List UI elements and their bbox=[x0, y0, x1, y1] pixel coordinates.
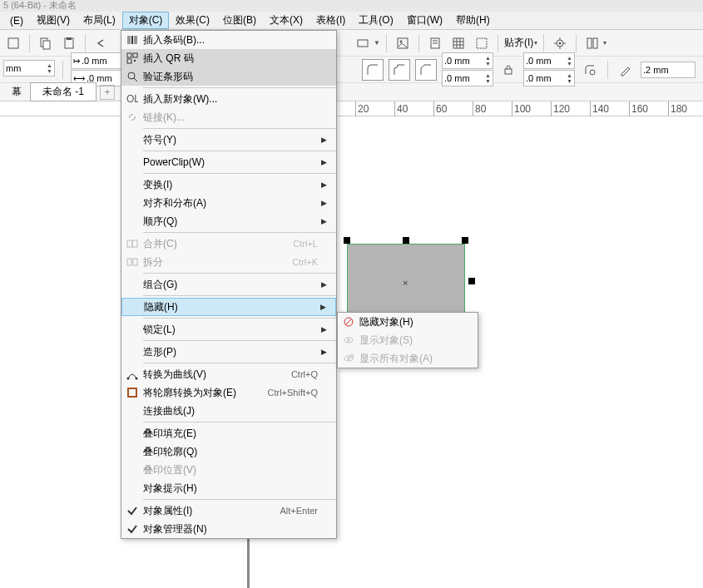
menu-10[interactable]: 帮助(H) bbox=[449, 12, 497, 29]
menu-item-group[interactable]: 组合(G)▶ bbox=[121, 275, 336, 294]
submenu-item-show-all: 显示所有对象(A) bbox=[338, 349, 478, 368]
menu-item-to-curves[interactable]: 转换为曲线(V)Ctrl+Q bbox=[121, 365, 336, 383]
menu-8[interactable]: 工具(O) bbox=[352, 12, 399, 29]
menu-item-outline-to-obj[interactable]: 将轮廓转换为对象(E)Ctrl+Shift+Q bbox=[121, 383, 336, 402]
menu-item-insert-barcode[interactable]: 插入条码(B)... bbox=[121, 31, 336, 49]
corner-r1-input[interactable]: ▲▼ bbox=[442, 52, 493, 69]
submenu-arrow-icon: ▶ bbox=[321, 217, 331, 225]
menu-item-label: PowerClip(W) bbox=[143, 156, 321, 168]
lock-corners-icon[interactable] bbox=[498, 60, 518, 80]
menu-9[interactable]: 窗口(W) bbox=[400, 12, 449, 29]
submenu-arrow-icon: ▶ bbox=[320, 303, 330, 311]
link-icon bbox=[121, 111, 143, 123]
menu-2[interactable]: 布局(L) bbox=[77, 12, 122, 29]
svg-point-26 bbox=[590, 70, 595, 75]
svg-rect-45 bbox=[128, 388, 136, 397]
handle-ne[interactable] bbox=[462, 237, 468, 244]
menu-item-label: 插入 QR 码 bbox=[143, 52, 321, 66]
corner-r3-input[interactable]: ▲▼ bbox=[523, 52, 575, 69]
menu-item-links: 链接(K)... bbox=[121, 108, 336, 126]
doc-tab[interactable]: 未命名 -1 bbox=[30, 82, 97, 101]
menu-item-insert-object[interactable]: OLE插入新对象(W)... bbox=[121, 90, 336, 108]
showall-icon bbox=[338, 353, 359, 364]
copy-icon[interactable] bbox=[36, 33, 56, 53]
pen-icon[interactable] bbox=[616, 60, 636, 80]
snap-dropdown[interactable]: 贴齐(I) ▾ bbox=[504, 36, 537, 50]
barcode-icon bbox=[121, 34, 143, 46]
curve-icon bbox=[121, 368, 143, 380]
bounds-icon[interactable] bbox=[472, 33, 492, 53]
ole-icon: OLE bbox=[121, 93, 143, 105]
corner-chamfer-icon[interactable] bbox=[415, 59, 437, 81]
svg-rect-24 bbox=[593, 38, 597, 48]
svg-rect-23 bbox=[587, 38, 592, 48]
selected-shape[interactable]: × bbox=[347, 244, 465, 317]
svg-point-44 bbox=[136, 378, 138, 380]
gear-icon[interactable] bbox=[550, 33, 570, 53]
menu-item-symbols[interactable]: 符号(Y)▶ bbox=[121, 131, 336, 149]
submenu-arrow-icon: ▶ bbox=[321, 158, 331, 166]
handle-nw[interactable] bbox=[344, 237, 350, 244]
menu-item-obj-manager[interactable]: 对象管理器(N) bbox=[121, 520, 336, 538]
submenu-item-label: 显示所有对象(A) bbox=[359, 352, 433, 366]
xoff-input[interactable]: ↦ bbox=[71, 52, 122, 69]
object-menu: 插入条码(B)...插入 QR 码验证条形码OLE插入新对象(W)...链接(K… bbox=[121, 30, 337, 539]
menu-6[interactable]: 文本(X) bbox=[263, 12, 309, 29]
menu-item-lock[interactable]: 锁定(L)▶ bbox=[121, 320, 336, 338]
svg-rect-40 bbox=[132, 240, 137, 247]
menu-item-label: 对象属性(I) bbox=[143, 504, 280, 518]
zoom-dropdown[interactable]: ▼ bbox=[353, 33, 380, 53]
menu-item-join-curves[interactable]: 连接曲线(J) bbox=[121, 402, 336, 420]
svg-rect-0 bbox=[8, 38, 18, 48]
menu-item-powerclip[interactable]: PowerClip(W)▶ bbox=[121, 153, 336, 171]
corner-r2-input[interactable]: ▲▼ bbox=[442, 70, 493, 86]
hide-submenu: 隐藏对象(H)显示对象(S)显示所有对象(A) bbox=[337, 312, 478, 368]
submenu-item-hide-obj[interactable]: 隐藏对象(H) bbox=[338, 313, 478, 331]
handle-e[interactable] bbox=[468, 278, 475, 284]
menu-item-align[interactable]: 对齐和分布(A)▶ bbox=[121, 194, 336, 212]
menu-item-hide[interactable]: 隐藏(H)▶ bbox=[121, 298, 336, 316]
paste-icon[interactable] bbox=[59, 33, 79, 53]
scale-corners-icon[interactable] bbox=[580, 60, 600, 80]
submenu-item-show-obj: 显示对象(S) bbox=[338, 331, 478, 349]
menu-1[interactable]: 视图(V) bbox=[30, 12, 77, 29]
undo-icon[interactable] bbox=[92, 33, 111, 53]
svg-rect-35 bbox=[134, 60, 136, 62]
corner-scallop-icon[interactable] bbox=[389, 59, 410, 81]
menu-4[interactable]: 效果(C) bbox=[169, 12, 216, 29]
menu-item-shaping[interactable]: 造形(P)▶ bbox=[121, 343, 336, 361]
submenu-arrow-icon: ▶ bbox=[321, 280, 331, 289]
menu-5[interactable]: 位图(B) bbox=[216, 12, 263, 29]
menu-item-overprint-outline[interactable]: 叠印轮廓(Q) bbox=[121, 442, 336, 461]
verify-icon bbox=[121, 71, 143, 82]
menu-item-label: 插入条码(B)... bbox=[143, 33, 321, 47]
handle-n[interactable] bbox=[403, 237, 409, 244]
corner-r4-input[interactable]: ▲▼ bbox=[523, 70, 575, 86]
stroke-width-input[interactable] bbox=[641, 62, 696, 78]
menu-3[interactable]: 对象(C) bbox=[122, 12, 170, 29]
menu-item-obj-props[interactable]: 对象属性(I)Alt+Enter bbox=[121, 502, 336, 520]
tool-a-icon[interactable] bbox=[3, 33, 23, 53]
menu-7[interactable]: 表格(I) bbox=[309, 12, 352, 29]
svg-rect-34 bbox=[127, 59, 131, 63]
menu-item-overprint-pos: 叠印位置(V) bbox=[121, 461, 336, 479]
menu-item-object-hint[interactable]: 对象提示(H) bbox=[121, 479, 336, 497]
menu-0[interactable]: (E) bbox=[3, 13, 30, 28]
menu-item-label: 插入新对象(W)... bbox=[143, 92, 321, 106]
svg-rect-25 bbox=[505, 69, 512, 74]
corner-round-icon[interactable] bbox=[362, 59, 384, 81]
page-icon[interactable] bbox=[425, 33, 445, 53]
menu-item-insert-qr[interactable]: 插入 QR 码 bbox=[121, 49, 336, 67]
image-icon[interactable] bbox=[393, 33, 413, 53]
shortcut: Ctrl+Q bbox=[291, 369, 321, 379]
menu-item-order[interactable]: 顺序(Q)▶ bbox=[121, 212, 336, 230]
layout-dropdown[interactable]: ▾ bbox=[582, 33, 606, 53]
dim-a-input[interactable]: ▲▼ bbox=[3, 60, 55, 77]
grid-icon[interactable] bbox=[448, 33, 468, 53]
menu-item-verify-barcode[interactable]: 验证条形码 bbox=[121, 67, 336, 86]
menu-item-overprint-fill[interactable]: 叠印填充(E) bbox=[121, 424, 336, 442]
add-tab-button[interactable]: + bbox=[100, 85, 115, 100]
menu-item-transform[interactable]: 变换(I)▶ bbox=[121, 175, 336, 194]
menu-item-label: 隐藏(H) bbox=[144, 300, 320, 314]
snap-label: 贴齐(I) bbox=[504, 36, 533, 50]
